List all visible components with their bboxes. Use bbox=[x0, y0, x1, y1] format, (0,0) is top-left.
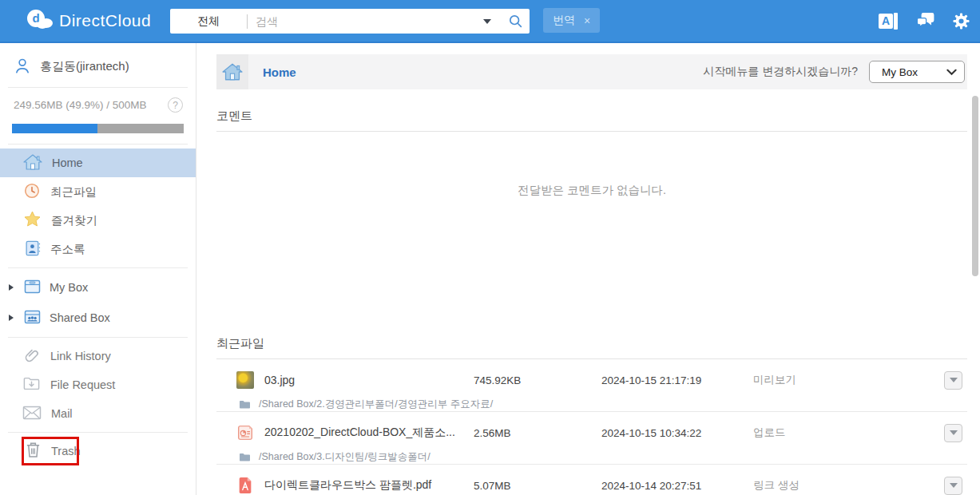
sidebar-boxes: My Box Shared Box bbox=[0, 268, 196, 337]
sidebar-item-mail[interactable]: Mail bbox=[0, 399, 196, 428]
vertical-scrollbar[interactable] bbox=[972, 96, 978, 276]
main-panel: Home 시작메뉴를 변경하시겠습니까? My Box 코멘트 전달받은 코멘트… bbox=[197, 43, 980, 495]
clock-icon bbox=[23, 182, 41, 202]
breadcrumb-bar: Home 시작메뉴를 변경하시겠습니까? My Box bbox=[216, 54, 967, 89]
file-date: 2024-10-15 21:17:19 bbox=[601, 374, 753, 386]
sidebar-item-label: 주소록 bbox=[50, 242, 85, 257]
caret-down-icon bbox=[950, 378, 958, 382]
file-date: 2024-10-14 20:27:51 bbox=[601, 480, 753, 492]
row-actions-dropdown-button[interactable] bbox=[944, 371, 962, 390]
expand-caret-icon[interactable] bbox=[9, 284, 14, 291]
presentation-file-icon bbox=[236, 424, 254, 442]
image-thumbnail-icon bbox=[236, 371, 254, 389]
search-scope-selector[interactable]: 전체 bbox=[170, 14, 247, 29]
home-icon bbox=[23, 153, 42, 173]
translate-tag-close-icon[interactable]: × bbox=[584, 14, 590, 27]
row-actions-dropdown-button[interactable] bbox=[944, 477, 962, 495]
sidebar: 홍길동(jirantech) 249.56MB (49.9%) / 500MB … bbox=[0, 43, 196, 495]
sidebar-item-label: Link History bbox=[50, 350, 111, 362]
help-icon[interactable]: ? bbox=[168, 97, 183, 113]
search-icon[interactable] bbox=[501, 9, 530, 34]
start-menu-selected-value: My Box bbox=[882, 66, 918, 78]
table-row: 20210202_DirectCloud-BOX_제품소... 2.56MB 2… bbox=[216, 412, 967, 465]
breadcrumb[interactable]: Home bbox=[263, 65, 296, 79]
expand-caret-icon[interactable] bbox=[9, 315, 14, 321]
file-name[interactable]: 다이렉트클라우드박스 팜플렛.pdf bbox=[264, 478, 474, 493]
sidebar-tools: Link History File Request bbox=[0, 338, 196, 432]
sidebar-item-my-box[interactable]: My Box bbox=[0, 272, 196, 303]
folder-download-icon bbox=[22, 374, 41, 395]
mail-icon bbox=[22, 404, 42, 424]
brand-logo[interactable]: d DirectCloud bbox=[26, 0, 151, 42]
trash-section: Trash bbox=[0, 436, 196, 466]
file-size: 5.07MB bbox=[474, 480, 601, 492]
file-path[interactable]: /Shared Box/3.디자인팀/링크발송폴더/ bbox=[259, 450, 430, 464]
sidebar-item-label: My Box bbox=[50, 281, 88, 294]
comments-section-title: 코멘트 bbox=[216, 109, 967, 124]
sidebar-item-shared-box[interactable]: Shared Box bbox=[0, 303, 196, 333]
chevron-down-icon bbox=[946, 66, 957, 78]
sidebar-item-label: Home bbox=[52, 156, 83, 169]
sidebar-item-label: 최근파일 bbox=[50, 184, 97, 200]
table-row: 다이렉트클라우드박스 팜플렛.pdf 5.07MB 2024-10-14 20:… bbox=[216, 465, 967, 495]
file-action: 업로드 bbox=[753, 426, 849, 440]
sidebar-item-file-request[interactable]: File Request bbox=[0, 370, 196, 399]
star-icon bbox=[23, 210, 42, 231]
trash-icon bbox=[25, 441, 42, 461]
sidebar-item-label: 즐겨찾기 bbox=[51, 213, 97, 228]
file-size: 745.92KB bbox=[474, 374, 601, 386]
shared-box-icon bbox=[22, 307, 42, 329]
search-input[interactable] bbox=[248, 15, 480, 28]
sidebar-item-label: Mail bbox=[51, 407, 73, 420]
search-scope-caret-icon[interactable] bbox=[483, 19, 491, 24]
sidebar-item-label: File Request bbox=[50, 378, 115, 391]
file-date: 2024-10-15 10:34:22 bbox=[601, 427, 753, 439]
file-path[interactable]: /Shared Box/2.경영관리부폴더/경영관리부 주요자료/ bbox=[259, 398, 493, 411]
storage-usage-text: 249.56MB (49.9%) / 500MB bbox=[14, 99, 147, 111]
topbar: d DirectCloud 전체 번역 × bbox=[0, 0, 980, 43]
search-bar: 전체 bbox=[170, 9, 530, 34]
breadcrumb-home-icon[interactable] bbox=[216, 54, 248, 89]
start-menu-select[interactable]: My Box bbox=[869, 61, 965, 83]
sidebar-item-link-history[interactable]: Link History bbox=[0, 342, 196, 370]
caret-down-icon bbox=[950, 483, 958, 488]
table-row: 03.jpg 745.92KB 2024-10-15 21:17:19 미리보기… bbox=[216, 359, 967, 412]
translate-tag-label: 번역 bbox=[553, 14, 575, 28]
storage-progress-bar bbox=[12, 124, 184, 133]
address-book-icon bbox=[23, 240, 41, 259]
file-size: 2.56MB bbox=[474, 427, 601, 439]
sidebar-item-label: Shared Box bbox=[50, 311, 110, 324]
file-name[interactable]: 03.jpg bbox=[264, 374, 474, 386]
paperclip-icon bbox=[22, 346, 41, 366]
start-menu-prompt: 시작메뉴를 변경하시겠습니까? bbox=[703, 65, 858, 79]
divider bbox=[8, 432, 188, 433]
sidebar-main-menu: Home 최근파일 즐겨찾기 bbox=[0, 145, 196, 267]
pdf-file-icon bbox=[236, 477, 254, 494]
user-profile[interactable]: 홍길동(jirantech) bbox=[0, 43, 196, 87]
sidebar-item-trash[interactable]: Trash bbox=[0, 436, 196, 466]
chat-icon[interactable] bbox=[916, 12, 935, 30]
sidebar-item-address-book[interactable]: 주소록 bbox=[0, 235, 196, 263]
directcloud-app: d DirectCloud 전체 번역 × bbox=[0, 0, 980, 495]
comments-empty-message: 전달받은 코멘트가 없습니다. bbox=[216, 132, 967, 317]
row-actions-dropdown-button[interactable] bbox=[944, 424, 962, 442]
file-name[interactable]: 20210202_DirectCloud-BOX_제품소... bbox=[264, 426, 474, 440]
admin-app-icon[interactable]: A bbox=[879, 13, 899, 30]
caret-down-icon bbox=[950, 430, 958, 435]
sidebar-item-recent-files[interactable]: 최근파일 bbox=[0, 177, 196, 206]
user-icon bbox=[14, 57, 31, 77]
storage-progress-fill bbox=[12, 124, 97, 133]
folder-icon bbox=[239, 399, 251, 410]
cloud-logo-icon: d bbox=[26, 9, 53, 33]
sidebar-item-home[interactable]: Home bbox=[0, 148, 196, 177]
translate-filter-tag[interactable]: 번역 × bbox=[543, 8, 600, 33]
my-box-icon bbox=[22, 277, 42, 299]
sidebar-item-favorites[interactable]: 즐겨찾기 bbox=[0, 206, 196, 235]
topbar-icons: A bbox=[879, 0, 970, 42]
settings-gear-icon[interactable] bbox=[952, 12, 970, 30]
user-name: 홍길동(jirantech) bbox=[40, 59, 129, 74]
start-menu-setting: 시작메뉴를 변경하시겠습니까? My Box bbox=[703, 61, 967, 83]
file-action: 링크 생성 bbox=[753, 478, 849, 493]
recent-files-section-title: 최근파일 bbox=[216, 336, 967, 351]
folder-icon bbox=[239, 452, 251, 462]
